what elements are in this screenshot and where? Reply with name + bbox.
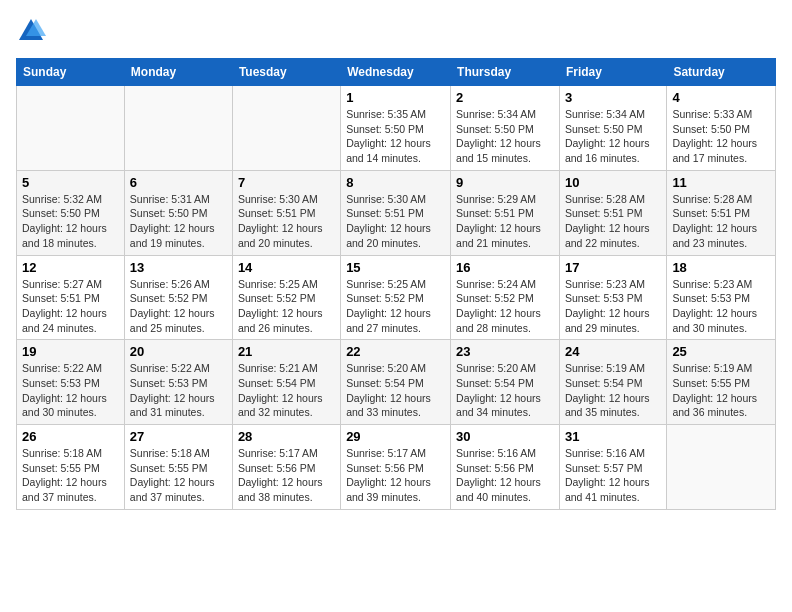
day-cell-8: 8Sunrise: 5:30 AMSunset: 5:51 PMDaylight… <box>341 170 451 255</box>
weekday-header-thursday: Thursday <box>451 59 560 86</box>
empty-cell <box>667 425 776 510</box>
day-cell-7: 7Sunrise: 5:30 AMSunset: 5:51 PMDaylight… <box>232 170 340 255</box>
day-number: 29 <box>346 429 445 444</box>
day-cell-16: 16Sunrise: 5:24 AMSunset: 5:52 PMDayligh… <box>451 255 560 340</box>
day-info: Sunrise: 5:18 AMSunset: 5:55 PMDaylight:… <box>130 446 227 505</box>
day-cell-23: 23Sunrise: 5:20 AMSunset: 5:54 PMDayligh… <box>451 340 560 425</box>
day-number: 30 <box>456 429 554 444</box>
day-number: 11 <box>672 175 770 190</box>
day-cell-4: 4Sunrise: 5:33 AMSunset: 5:50 PMDaylight… <box>667 86 776 171</box>
day-info: Sunrise: 5:24 AMSunset: 5:52 PMDaylight:… <box>456 277 554 336</box>
day-info: Sunrise: 5:20 AMSunset: 5:54 PMDaylight:… <box>346 361 445 420</box>
day-info: Sunrise: 5:25 AMSunset: 5:52 PMDaylight:… <box>346 277 445 336</box>
day-cell-21: 21Sunrise: 5:21 AMSunset: 5:54 PMDayligh… <box>232 340 340 425</box>
week-row-4: 19Sunrise: 5:22 AMSunset: 5:53 PMDayligh… <box>17 340 776 425</box>
day-info: Sunrise: 5:20 AMSunset: 5:54 PMDaylight:… <box>456 361 554 420</box>
day-cell-29: 29Sunrise: 5:17 AMSunset: 5:56 PMDayligh… <box>341 425 451 510</box>
day-number: 15 <box>346 260 445 275</box>
logo <box>16 16 50 46</box>
day-number: 8 <box>346 175 445 190</box>
day-number: 10 <box>565 175 661 190</box>
day-cell-10: 10Sunrise: 5:28 AMSunset: 5:51 PMDayligh… <box>559 170 666 255</box>
day-info: Sunrise: 5:31 AMSunset: 5:50 PMDaylight:… <box>130 192 227 251</box>
day-cell-20: 20Sunrise: 5:22 AMSunset: 5:53 PMDayligh… <box>124 340 232 425</box>
day-number: 24 <box>565 344 661 359</box>
day-info: Sunrise: 5:22 AMSunset: 5:53 PMDaylight:… <box>130 361 227 420</box>
empty-cell <box>17 86 125 171</box>
day-info: Sunrise: 5:29 AMSunset: 5:51 PMDaylight:… <box>456 192 554 251</box>
day-cell-3: 3Sunrise: 5:34 AMSunset: 5:50 PMDaylight… <box>559 86 666 171</box>
day-info: Sunrise: 5:25 AMSunset: 5:52 PMDaylight:… <box>238 277 335 336</box>
day-cell-2: 2Sunrise: 5:34 AMSunset: 5:50 PMDaylight… <box>451 86 560 171</box>
day-cell-24: 24Sunrise: 5:19 AMSunset: 5:54 PMDayligh… <box>559 340 666 425</box>
day-cell-11: 11Sunrise: 5:28 AMSunset: 5:51 PMDayligh… <box>667 170 776 255</box>
day-cell-25: 25Sunrise: 5:19 AMSunset: 5:55 PMDayligh… <box>667 340 776 425</box>
day-number: 2 <box>456 90 554 105</box>
day-info: Sunrise: 5:27 AMSunset: 5:51 PMDaylight:… <box>22 277 119 336</box>
weekday-header-friday: Friday <box>559 59 666 86</box>
week-row-1: 1Sunrise: 5:35 AMSunset: 5:50 PMDaylight… <box>17 86 776 171</box>
day-number: 3 <box>565 90 661 105</box>
logo-icon <box>16 16 46 46</box>
day-info: Sunrise: 5:17 AMSunset: 5:56 PMDaylight:… <box>346 446 445 505</box>
day-cell-17: 17Sunrise: 5:23 AMSunset: 5:53 PMDayligh… <box>559 255 666 340</box>
day-info: Sunrise: 5:18 AMSunset: 5:55 PMDaylight:… <box>22 446 119 505</box>
day-info: Sunrise: 5:23 AMSunset: 5:53 PMDaylight:… <box>565 277 661 336</box>
day-info: Sunrise: 5:28 AMSunset: 5:51 PMDaylight:… <box>565 192 661 251</box>
day-cell-5: 5Sunrise: 5:32 AMSunset: 5:50 PMDaylight… <box>17 170 125 255</box>
day-number: 14 <box>238 260 335 275</box>
day-cell-18: 18Sunrise: 5:23 AMSunset: 5:53 PMDayligh… <box>667 255 776 340</box>
day-number: 5 <box>22 175 119 190</box>
day-info: Sunrise: 5:21 AMSunset: 5:54 PMDaylight:… <box>238 361 335 420</box>
day-info: Sunrise: 5:19 AMSunset: 5:55 PMDaylight:… <box>672 361 770 420</box>
empty-cell <box>232 86 340 171</box>
day-info: Sunrise: 5:35 AMSunset: 5:50 PMDaylight:… <box>346 107 445 166</box>
day-number: 1 <box>346 90 445 105</box>
day-number: 19 <box>22 344 119 359</box>
day-number: 4 <box>672 90 770 105</box>
day-info: Sunrise: 5:32 AMSunset: 5:50 PMDaylight:… <box>22 192 119 251</box>
day-info: Sunrise: 5:30 AMSunset: 5:51 PMDaylight:… <box>238 192 335 251</box>
day-number: 13 <box>130 260 227 275</box>
day-info: Sunrise: 5:34 AMSunset: 5:50 PMDaylight:… <box>456 107 554 166</box>
day-info: Sunrise: 5:16 AMSunset: 5:57 PMDaylight:… <box>565 446 661 505</box>
day-number: 17 <box>565 260 661 275</box>
day-cell-12: 12Sunrise: 5:27 AMSunset: 5:51 PMDayligh… <box>17 255 125 340</box>
day-number: 12 <box>22 260 119 275</box>
day-cell-22: 22Sunrise: 5:20 AMSunset: 5:54 PMDayligh… <box>341 340 451 425</box>
day-info: Sunrise: 5:16 AMSunset: 5:56 PMDaylight:… <box>456 446 554 505</box>
day-number: 16 <box>456 260 554 275</box>
weekday-header-wednesday: Wednesday <box>341 59 451 86</box>
day-number: 27 <box>130 429 227 444</box>
day-info: Sunrise: 5:33 AMSunset: 5:50 PMDaylight:… <box>672 107 770 166</box>
day-cell-28: 28Sunrise: 5:17 AMSunset: 5:56 PMDayligh… <box>232 425 340 510</box>
day-info: Sunrise: 5:34 AMSunset: 5:50 PMDaylight:… <box>565 107 661 166</box>
day-number: 20 <box>130 344 227 359</box>
day-number: 25 <box>672 344 770 359</box>
day-number: 18 <box>672 260 770 275</box>
day-cell-15: 15Sunrise: 5:25 AMSunset: 5:52 PMDayligh… <box>341 255 451 340</box>
weekday-header-saturday: Saturday <box>667 59 776 86</box>
day-cell-27: 27Sunrise: 5:18 AMSunset: 5:55 PMDayligh… <box>124 425 232 510</box>
day-number: 23 <box>456 344 554 359</box>
week-row-3: 12Sunrise: 5:27 AMSunset: 5:51 PMDayligh… <box>17 255 776 340</box>
day-number: 26 <box>22 429 119 444</box>
day-cell-14: 14Sunrise: 5:25 AMSunset: 5:52 PMDayligh… <box>232 255 340 340</box>
day-info: Sunrise: 5:26 AMSunset: 5:52 PMDaylight:… <box>130 277 227 336</box>
day-info: Sunrise: 5:23 AMSunset: 5:53 PMDaylight:… <box>672 277 770 336</box>
week-row-5: 26Sunrise: 5:18 AMSunset: 5:55 PMDayligh… <box>17 425 776 510</box>
day-info: Sunrise: 5:28 AMSunset: 5:51 PMDaylight:… <box>672 192 770 251</box>
day-number: 31 <box>565 429 661 444</box>
page-header <box>16 16 776 46</box>
weekday-header-sunday: Sunday <box>17 59 125 86</box>
day-number: 28 <box>238 429 335 444</box>
empty-cell <box>124 86 232 171</box>
weekday-header-monday: Monday <box>124 59 232 86</box>
day-number: 6 <box>130 175 227 190</box>
day-cell-13: 13Sunrise: 5:26 AMSunset: 5:52 PMDayligh… <box>124 255 232 340</box>
day-cell-31: 31Sunrise: 5:16 AMSunset: 5:57 PMDayligh… <box>559 425 666 510</box>
day-cell-6: 6Sunrise: 5:31 AMSunset: 5:50 PMDaylight… <box>124 170 232 255</box>
week-row-2: 5Sunrise: 5:32 AMSunset: 5:50 PMDaylight… <box>17 170 776 255</box>
weekday-header-row: SundayMondayTuesdayWednesdayThursdayFrid… <box>17 59 776 86</box>
day-number: 22 <box>346 344 445 359</box>
